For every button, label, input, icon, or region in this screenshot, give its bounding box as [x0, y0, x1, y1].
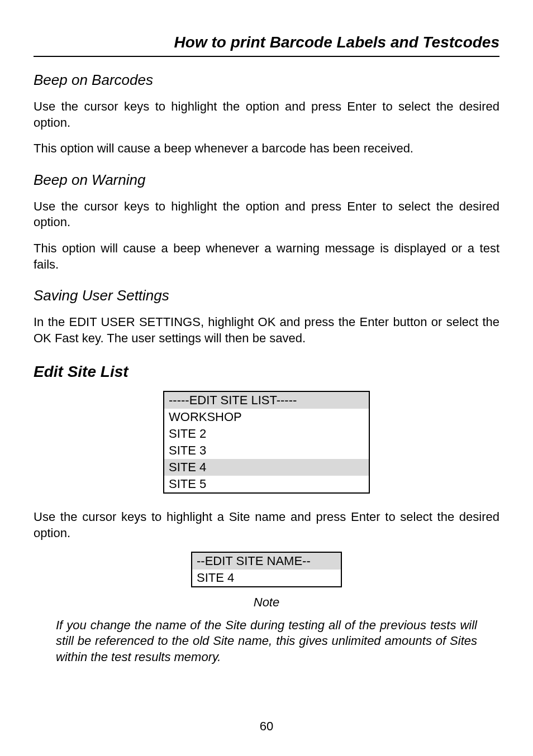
note-label: Note — [34, 595, 499, 610]
table-row: WORKSHOP — [164, 409, 369, 425]
paragraph-text: This option will cause a beep whenever a… — [34, 141, 499, 157]
paragraph-text: Use the cursor keys to highlight a Site … — [34, 509, 499, 541]
heading-beep-warning: Beep on Warning — [34, 171, 499, 189]
paragraph-text: In the EDIT USER SETTINGS, highlight OK … — [34, 314, 499, 346]
table-row: SITE 5 — [164, 476, 369, 492]
table-row-selected: SITE 4 — [164, 459, 369, 476]
table-row: SITE 2 — [164, 425, 369, 442]
note-text: If you change the name of the Site durin… — [56, 618, 477, 666]
edit-site-name-table: --EDIT SITE NAME-- SITE 4 — [191, 552, 342, 587]
heading-beep-barcodes: Beep on Barcodes — [34, 71, 499, 89]
paragraph-text: Use the cursor keys to highlight the opt… — [34, 199, 499, 231]
table-row: SITE 3 — [164, 442, 369, 459]
table-header: -----EDIT SITE LIST----- — [164, 392, 369, 409]
table-row: SITE 4 — [192, 570, 341, 586]
paragraph-text: This option will cause a beep whenever a… — [34, 241, 499, 272]
page-number: 60 — [0, 719, 533, 734]
heading-edit-site-list: Edit Site List — [34, 363, 499, 381]
heading-saving-settings: Saving User Settings — [34, 287, 499, 304]
paragraph-text: Use the cursor keys to highlight the opt… — [34, 99, 499, 131]
edit-site-list-table: -----EDIT SITE LIST----- WORKSHOP SITE 2… — [163, 391, 370, 494]
table-header: --EDIT SITE NAME-- — [192, 553, 341, 570]
page-header-title: How to print Barcode Labels and Testcode… — [34, 34, 499, 57]
